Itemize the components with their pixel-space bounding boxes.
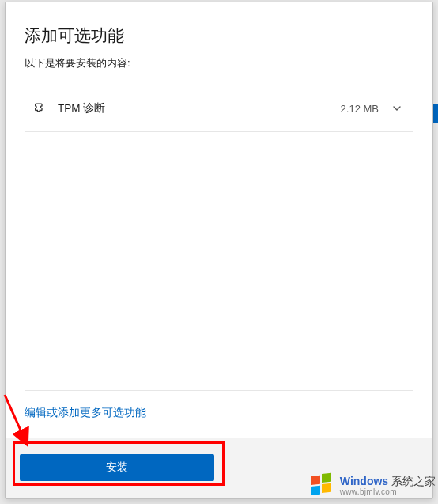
feature-size: 2.12 MB bbox=[341, 103, 379, 115]
install-button[interactable]: 安装 bbox=[20, 454, 214, 481]
dialog-subtitle: 以下是将要安装的内容: bbox=[25, 56, 413, 70]
background-accent bbox=[433, 104, 438, 123]
dialog-content: 添加可选功能 以下是将要安装的内容: TPM 诊断 2.12 MB 编辑或 bbox=[6, 2, 432, 438]
chevron-down-icon bbox=[391, 103, 402, 114]
dialog-title: 添加可选功能 bbox=[25, 25, 413, 47]
feature-row[interactable]: TPM 诊断 2.12 MB bbox=[25, 85, 413, 132]
puzzle-icon bbox=[29, 100, 47, 117]
dialog-footer: 安装 bbox=[6, 438, 432, 498]
bottom-links: 编辑或添加更多可选功能 bbox=[25, 390, 413, 431]
add-optional-features-dialog: 添加可选功能 以下是将要安装的内容: TPM 诊断 2.12 MB 编辑或 bbox=[5, 2, 433, 499]
features-list: TPM 诊断 2.12 MB bbox=[25, 85, 413, 390]
feature-name: TPM 诊断 bbox=[58, 101, 341, 116]
edit-add-more-link[interactable]: 编辑或添加更多可选功能 bbox=[25, 406, 146, 420]
